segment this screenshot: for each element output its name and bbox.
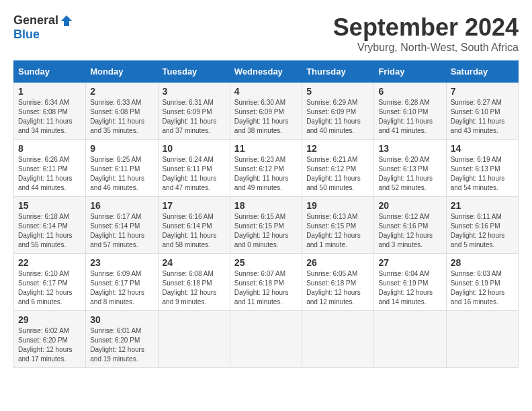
day-info: Sunrise: 6:34 AMSunset: 6:08 PMDaylight:… [18, 99, 73, 134]
day-number: 22 [18, 257, 81, 268]
day-number: 10 [163, 143, 226, 154]
header-friday: Friday [374, 61, 446, 83]
calendar-cell: 19 Sunrise: 6:13 AMSunset: 6:15 PMDaylig… [302, 197, 374, 254]
calendar-cell: 5 Sunrise: 6:29 AMSunset: 6:09 PMDayligh… [302, 83, 374, 140]
day-number: 2 [90, 86, 153, 97]
day-info: Sunrise: 6:26 AMSunset: 6:11 PMDaylight:… [18, 156, 73, 191]
logo-blue-text: Blue [13, 28, 40, 42]
calendar-cell: 7 Sunrise: 6:27 AMSunset: 6:10 PMDayligh… [446, 83, 518, 140]
day-number: 8 [18, 143, 81, 154]
calendar-cell: 4 Sunrise: 6:30 AMSunset: 6:09 PMDayligh… [230, 83, 302, 140]
day-number: 5 [306, 86, 369, 97]
day-info: Sunrise: 6:18 AMSunset: 6:14 PMDaylight:… [18, 213, 73, 248]
calendar-cell: 28 Sunrise: 6:03 AMSunset: 6:19 PMDaylig… [446, 254, 518, 311]
calendar-cell: 8 Sunrise: 6:26 AMSunset: 6:11 PMDayligh… [14, 140, 86, 197]
header-wednesday: Wednesday [230, 61, 302, 83]
page-title: September 2024 [333, 13, 519, 42]
day-number: 15 [18, 200, 81, 211]
calendar-cell: 11 Sunrise: 6:23 AMSunset: 6:12 PMDaylig… [230, 140, 302, 197]
day-info: Sunrise: 6:24 AMSunset: 6:11 PMDaylight:… [163, 156, 217, 191]
calendar-week-4: 22 Sunrise: 6:10 AMSunset: 6:17 PMDaylig… [14, 254, 519, 311]
day-info: Sunrise: 6:23 AMSunset: 6:12 PMDaylight:… [234, 156, 289, 191]
calendar-week-2: 8 Sunrise: 6:26 AMSunset: 6:11 PMDayligh… [14, 140, 519, 197]
svg-marker-0 [61, 15, 72, 26]
day-number: 21 [451, 200, 514, 211]
calendar-cell: 20 Sunrise: 6:12 AMSunset: 6:16 PMDaylig… [374, 197, 446, 254]
day-info: Sunrise: 6:03 AMSunset: 6:19 PMDaylight:… [451, 270, 505, 306]
calendar-cell: 22 Sunrise: 6:10 AMSunset: 6:17 PMDaylig… [14, 254, 86, 311]
day-number: 3 [163, 86, 226, 97]
day-info: Sunrise: 6:30 AMSunset: 6:09 PMDaylight:… [234, 99, 289, 134]
calendar-cell: 12 Sunrise: 6:21 AMSunset: 6:12 PMDaylig… [302, 140, 374, 197]
calendar-cell: 10 Sunrise: 6:24 AMSunset: 6:11 PMDaylig… [158, 140, 230, 197]
day-info: Sunrise: 6:20 AMSunset: 6:13 PMDaylight:… [378, 156, 433, 191]
day-number: 20 [378, 200, 441, 211]
day-info: Sunrise: 6:13 AMSunset: 6:15 PMDaylight:… [306, 213, 361, 248]
calendar-cell [230, 311, 302, 368]
page-subtitle: Vryburg, North-West, South Africa [333, 42, 519, 54]
day-info: Sunrise: 6:21 AMSunset: 6:12 PMDaylight:… [306, 156, 361, 191]
day-number: 4 [234, 86, 298, 97]
calendar-cell: 21 Sunrise: 6:11 AMSunset: 6:16 PMDaylig… [446, 197, 518, 254]
day-info: Sunrise: 6:01 AMSunset: 6:20 PMDaylight:… [90, 327, 144, 363]
day-number: 23 [90, 257, 153, 268]
header-tuesday: Tuesday [158, 61, 230, 83]
day-number: 16 [90, 200, 153, 211]
header-sunday: Sunday [14, 61, 86, 83]
calendar-cell: 29 Sunrise: 6:02 AMSunset: 6:20 PMDaylig… [14, 311, 86, 368]
day-info: Sunrise: 6:33 AMSunset: 6:08 PMDaylight:… [90, 99, 144, 134]
calendar-week-1: 1 Sunrise: 6:34 AMSunset: 6:08 PMDayligh… [14, 83, 519, 140]
day-info: Sunrise: 6:16 AMSunset: 6:14 PMDaylight:… [163, 213, 217, 248]
day-number: 25 [234, 257, 298, 268]
calendar-week-3: 15 Sunrise: 6:18 AMSunset: 6:14 PMDaylig… [14, 197, 519, 254]
day-info: Sunrise: 6:04 AMSunset: 6:19 PMDaylight:… [378, 270, 433, 306]
calendar-week-5: 29 Sunrise: 6:02 AMSunset: 6:20 PMDaylig… [14, 311, 519, 368]
header-saturday: Saturday [446, 61, 518, 83]
day-info: Sunrise: 6:29 AMSunset: 6:09 PMDaylight:… [306, 99, 361, 134]
day-info: Sunrise: 6:28 AMSunset: 6:10 PMDaylight:… [378, 99, 433, 134]
day-info: Sunrise: 6:10 AMSunset: 6:17 PMDaylight:… [18, 270, 73, 306]
calendar-cell: 13 Sunrise: 6:20 AMSunset: 6:13 PMDaylig… [374, 140, 446, 197]
day-info: Sunrise: 6:12 AMSunset: 6:16 PMDaylight:… [378, 213, 433, 248]
day-number: 26 [306, 257, 369, 268]
day-info: Sunrise: 6:27 AMSunset: 6:10 PMDaylight:… [451, 99, 505, 134]
calendar-cell: 24 Sunrise: 6:08 AMSunset: 6:18 PMDaylig… [158, 254, 230, 311]
calendar-cell: 30 Sunrise: 6:01 AMSunset: 6:20 PMDaylig… [86, 311, 158, 368]
calendar-cell: 9 Sunrise: 6:25 AMSunset: 6:11 PMDayligh… [86, 140, 158, 197]
day-number: 28 [451, 257, 514, 268]
calendar-cell: 26 Sunrise: 6:05 AMSunset: 6:18 PMDaylig… [302, 254, 374, 311]
calendar-cell: 16 Sunrise: 6:17 AMSunset: 6:14 PMDaylig… [86, 197, 158, 254]
day-number: 12 [306, 143, 369, 154]
day-number: 30 [90, 314, 153, 325]
day-number: 1 [18, 86, 81, 97]
header-thursday: Thursday [302, 61, 374, 83]
day-info: Sunrise: 6:07 AMSunset: 6:18 PMDaylight:… [234, 270, 289, 306]
day-info: Sunrise: 6:19 AMSunset: 6:13 PMDaylight:… [451, 156, 505, 191]
day-info: Sunrise: 6:17 AMSunset: 6:14 PMDaylight:… [90, 213, 144, 248]
calendar-header-row: SundayMondayTuesdayWednesdayThursdayFrid… [14, 61, 519, 83]
day-number: 24 [163, 257, 226, 268]
calendar-cell: 6 Sunrise: 6:28 AMSunset: 6:10 PMDayligh… [374, 83, 446, 140]
day-info: Sunrise: 6:09 AMSunset: 6:17 PMDaylight:… [90, 270, 144, 306]
day-info: Sunrise: 6:31 AMSunset: 6:09 PMDaylight:… [163, 99, 217, 134]
calendar-cell [446, 311, 518, 368]
calendar-cell: 1 Sunrise: 6:34 AMSunset: 6:08 PMDayligh… [14, 83, 86, 140]
logo-icon [60, 14, 73, 28]
calendar-cell [302, 311, 374, 368]
calendar-cell: 18 Sunrise: 6:15 AMSunset: 6:15 PMDaylig… [230, 197, 302, 254]
calendar-cell: 15 Sunrise: 6:18 AMSunset: 6:14 PMDaylig… [14, 197, 86, 254]
calendar-cell: 2 Sunrise: 6:33 AMSunset: 6:08 PMDayligh… [86, 83, 158, 140]
day-info: Sunrise: 6:15 AMSunset: 6:15 PMDaylight:… [234, 213, 289, 248]
header-monday: Monday [86, 61, 158, 83]
day-info: Sunrise: 6:11 AMSunset: 6:16 PMDaylight:… [451, 213, 505, 248]
day-number: 9 [90, 143, 153, 154]
day-number: 27 [378, 257, 441, 268]
day-number: 18 [234, 200, 298, 211]
calendar-cell: 17 Sunrise: 6:16 AMSunset: 6:14 PMDaylig… [158, 197, 230, 254]
calendar-cell: 23 Sunrise: 6:09 AMSunset: 6:17 PMDaylig… [86, 254, 158, 311]
day-number: 17 [163, 200, 226, 211]
calendar-cell [374, 311, 446, 368]
title-section: September 2024 Vryburg, North-West, Sout… [333, 13, 519, 54]
day-number: 29 [18, 314, 81, 325]
calendar-cell: 25 Sunrise: 6:07 AMSunset: 6:18 PMDaylig… [230, 254, 302, 311]
